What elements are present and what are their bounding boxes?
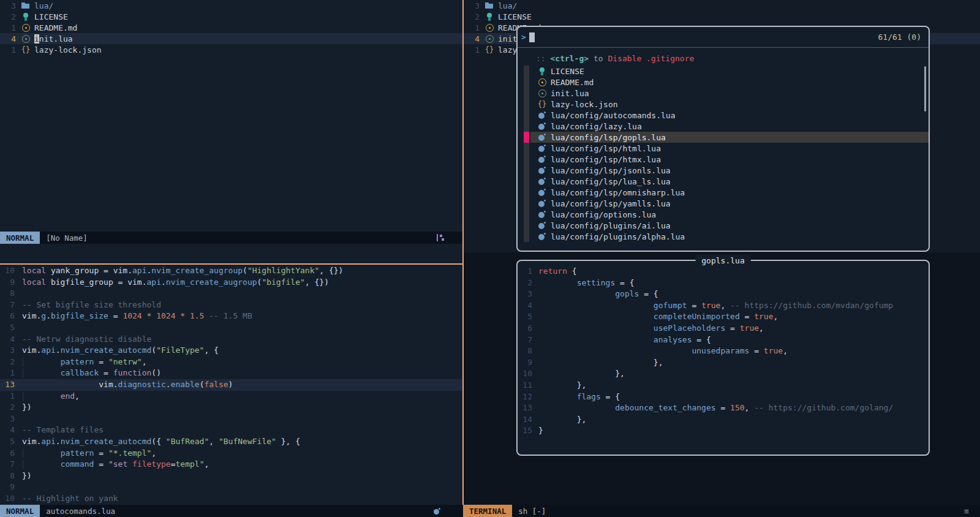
code-token: . — [166, 380, 171, 389]
readme-icon — [537, 77, 547, 87]
window-separator-vertical[interactable] — [462, 0, 464, 505]
fzf-result-item[interactable]: LICENSE — [518, 66, 929, 77]
fzf-result-item[interactable]: lua/config/lsp/omnisharp.lua — [518, 187, 929, 198]
mode-badge: NORMAL — [0, 505, 40, 517]
fzf-result-item[interactable]: {}lazy-lock.json — [518, 99, 929, 110]
luagreen-icon — [537, 88, 547, 98]
fzf-result-item[interactable]: lua/config/lsp/gopls.lua — [518, 132, 929, 143]
fzf-result-item[interactable]: init.lua — [518, 88, 929, 99]
code-token: -- 1.5 MB — [209, 311, 252, 320]
code-text: debounce_text_changes = 150, -- https://… — [538, 402, 893, 414]
code-line: 9 }, — [520, 357, 926, 369]
code-line: 14 }, — [520, 414, 926, 426]
line-number: 1 — [464, 45, 480, 55]
statusline-filename: [No Name] — [46, 233, 88, 243]
json-icon: {} — [21, 45, 31, 55]
window-separator-horizontal[interactable] — [0, 263, 462, 265]
code-token: true — [754, 312, 773, 321]
code-line: 3 gopls = { — [520, 289, 926, 300]
line-number: 2 — [520, 277, 538, 289]
code-token: { — [567, 266, 577, 276]
code-token: , — [745, 403, 755, 412]
fzf-prompt-input[interactable]: > 61/61 (0) — [518, 27, 929, 48]
line-number: 13 — [0, 379, 22, 391]
code-line: 9 — [0, 481, 462, 493]
explorer-file-row[interactable]: 1README.md — [0, 22, 462, 33]
code-line: 1return { — [520, 266, 926, 277]
code-token: . — [161, 277, 166, 287]
line-number: 1 — [520, 266, 538, 277]
code-text: gopls = { — [538, 289, 658, 300]
preview-title: gopls.lua — [695, 255, 750, 267]
code-token: enable — [171, 380, 200, 389]
file-name: lua/config/lsp/html.lua — [551, 144, 661, 153]
code-token: ( — [243, 266, 247, 275]
json-icon: {} — [484, 45, 494, 55]
license-icon — [21, 12, 31, 21]
code-text: }, — [538, 368, 625, 380]
code-text: flags = { — [538, 391, 620, 403]
fzf-result-item[interactable]: lua/config/lsp/htmx.lua — [518, 154, 929, 165]
line-number: 6 — [0, 311, 22, 322]
code-token: = — [99, 368, 113, 377]
code-token: }, — [538, 358, 663, 367]
code-token — [22, 391, 61, 401]
code-line: 6 pattern = "*.templ", — [0, 448, 462, 459]
json-icon: {} — [537, 99, 547, 109]
code-text: }, — [538, 380, 586, 391]
code-text: unusedparams = true, — [538, 345, 788, 357]
code-token — [538, 278, 577, 287]
fzf-result-item[interactable]: lua/config/plugins/ai.lua — [518, 220, 929, 231]
code-token: gofumpt — [654, 301, 687, 310]
file-name: lazy-lock.json — [551, 100, 618, 109]
fzf-result-item[interactable]: lua/config/lsp/html.lua — [518, 143, 929, 154]
fzf-result-item[interactable]: lua/config/lsp/jsonls.lua — [518, 165, 929, 176]
fzf-result-item[interactable]: lua/config/lsp/yamlls.lua — [518, 198, 929, 209]
explorer-file-row[interactable]: 2LICENSE — [0, 11, 462, 22]
code-token: () — [151, 368, 161, 377]
code-token: unusedparams — [692, 346, 749, 355]
code-token — [538, 403, 615, 412]
code-token: = — [725, 323, 739, 333]
folder-icon — [21, 1, 31, 10]
explorer-file-row[interactable]: 1{}lazy-lock.json — [0, 44, 462, 55]
explorer-file-row[interactable]: 3lua/ — [0, 0, 462, 11]
fzf-result-item[interactable]: lua/config/autocomands.lua — [518, 110, 929, 121]
file-name: lua/config/options.lua — [551, 210, 656, 219]
code-token: ) — [228, 380, 233, 389]
code-token: , {}) — [319, 266, 343, 275]
lua-icon — [537, 232, 547, 241]
code-token — [22, 368, 61, 377]
code-text: -- Template files — [22, 425, 104, 436]
code-line: 9local bigfile_group = vim.api.nvim_crea… — [0, 277, 462, 289]
code-token: api — [41, 345, 55, 355]
fzf-scrollbar[interactable] — [924, 66, 926, 111]
line-number: 4 — [520, 300, 538, 312]
code-line: 1 callback = function() — [0, 368, 462, 379]
code-token: * — [180, 311, 185, 320]
code-line: 13 vim.diagnostic.enable(false) — [0, 379, 462, 391]
code-line: 8 unusedparams = true, — [520, 345, 926, 357]
line-number: 8 — [0, 470, 22, 482]
fzf-result-item[interactable]: README.md — [518, 77, 929, 88]
code-token: = — [94, 448, 108, 458]
fzf-result-item[interactable]: lua/config/lsp/lua_ls.lua — [518, 176, 929, 187]
code-editor[interactable]: 10local yank_group = vim.api.nvim_create… — [0, 265, 462, 505]
fzf-result-item[interactable]: lua/config/plugins/alpha.lua — [518, 231, 929, 242]
lua-filetype-icon — [432, 506, 442, 516]
explorer-file-row[interactable]: 2LICENSE — [464, 11, 980, 22]
code-token: , — [204, 459, 209, 469]
explorer-file-row[interactable]: 3lua/ — [464, 0, 980, 11]
code-token: = { — [601, 392, 620, 401]
code-text: vim.api.nvim_create_autocmd({ "BufRead",… — [22, 436, 300, 448]
code-token — [142, 311, 147, 320]
fzf-result-item[interactable]: lua/config/options.lua — [518, 209, 929, 220]
code-line: 10 }, — [520, 368, 926, 380]
explorer-file-row[interactable]: 4init.lua — [0, 33, 462, 44]
fzf-result-item[interactable]: lua/config/lazy.lua — [518, 121, 929, 132]
code-token: , — [151, 448, 156, 458]
code-token: }, — [538, 369, 625, 378]
code-line: 12 flags = { — [520, 391, 926, 403]
code-token: nvim_create_autocmd — [61, 437, 152, 446]
code-token: }, — [538, 380, 586, 390]
